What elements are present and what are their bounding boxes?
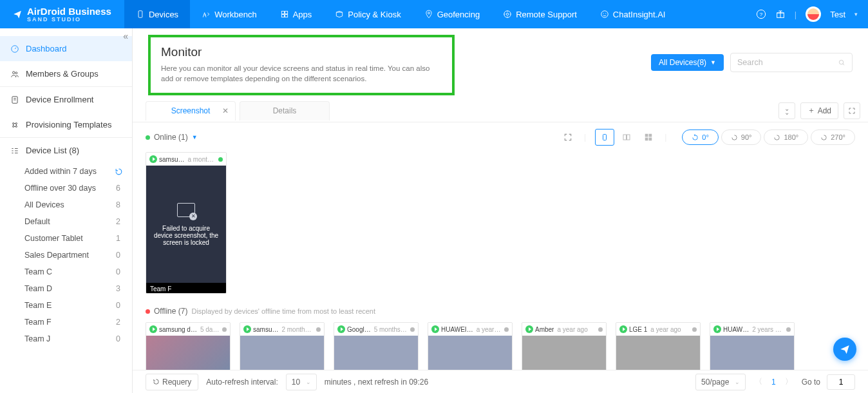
fullscreen-button[interactable] (844, 102, 860, 119)
online-heading[interactable]: Online (1) ▼ (146, 133, 198, 142)
nav-workbench[interactable]: Workbench (190, 0, 269, 28)
interval-select[interactable]: 10⌄ (286, 374, 317, 390)
gift-icon[interactable] (775, 9, 786, 19)
status-dot (598, 327, 603, 332)
status-dot (692, 327, 697, 332)
offline-heading[interactable]: Offline (7) Displayed by devices' offlin… (146, 307, 855, 316)
collapse-tabs-button[interactable]: ⌄⌄ (778, 102, 795, 119)
layout-dual-icon[interactable] (617, 129, 636, 146)
chevron-down-icon[interactable]: ▾ (854, 11, 858, 17)
top-nav: AirDroid Business SAND STUDIO DevicesWor… (0, 0, 868, 28)
svg-rect-3 (281, 15, 284, 17)
expand-icon[interactable] (558, 129, 578, 146)
svg-rect-27 (649, 134, 652, 137)
prev-page[interactable]: 〈 (752, 376, 765, 387)
device-list-item[interactable]: Offline over 30 days6 (0, 180, 132, 196)
device-icon (136, 10, 145, 19)
pagination: 50/page⌄ 〈 1 〉 Go to (695, 374, 855, 390)
svg-rect-1 (281, 11, 284, 14)
page-number[interactable]: 1 (771, 378, 776, 387)
brand-logo[interactable]: AirDroid Business SAND STUDIO (0, 6, 124, 23)
device-card[interactable]: Ambera year ago (522, 322, 607, 370)
device-card[interactable]: Googl…5 months … (334, 322, 419, 370)
sidebar: « DashboardMembers & Groups Device Enrol… (0, 28, 133, 393)
rotate-0-button[interactable]: 0° (682, 129, 719, 145)
main-panel: Monitor Here you can monitor all your de… (133, 28, 868, 393)
paper-plane-icon (13, 10, 22, 19)
svg-rect-2 (285, 11, 287, 14)
nav-device[interactable]: Devices (124, 0, 190, 28)
dashboard-icon (10, 44, 19, 53)
device-list-item[interactable]: Team E0 (0, 297, 132, 314)
offline-grid: samsung d…5 da…samsu…2 months…Googl…5 mo… (146, 322, 855, 370)
search-box[interactable] (730, 53, 853, 72)
device-filter-dropdown[interactable]: All Devices(8)▼ (651, 54, 724, 71)
status-dot (316, 327, 321, 332)
sidebar-dashboard[interactable]: Dashboard (0, 36, 132, 61)
device-list-item[interactable]: Customer Tablet1 (0, 230, 132, 247)
tab-details[interactable]: Details (240, 101, 330, 120)
device-list-item[interactable]: Team C0 (0, 264, 132, 280)
help-icon[interactable]: ? (756, 9, 766, 19)
goto-input[interactable] (827, 374, 855, 390)
svg-rect-29 (649, 138, 652, 141)
sidebar-collapse[interactable]: « (123, 31, 128, 41)
workbench-icon (202, 10, 211, 19)
status-dot (410, 327, 415, 332)
chat-fab[interactable] (833, 338, 856, 361)
svg-rect-28 (645, 138, 648, 141)
device-list-item[interactable]: Sales Department0 (0, 247, 132, 264)
next-page[interactable]: 〉 (782, 376, 795, 387)
svg-rect-25 (627, 135, 630, 140)
broken-image-icon (177, 203, 195, 217)
close-icon[interactable]: ✕ (222, 106, 229, 115)
page-desc: Here you can monitor all your device scr… (161, 63, 442, 84)
user-name[interactable]: Test (830, 10, 845, 19)
airdroid-icon (149, 155, 157, 163)
sidebar-template[interactable]: Provisioning Templates (0, 112, 132, 137)
search-input[interactable] (737, 58, 838, 67)
nav-geo[interactable]: Geofencing (413, 0, 492, 28)
device-list-item[interactable]: Default2 (0, 213, 132, 230)
add-tab-button[interactable]: ＋Add (800, 102, 838, 119)
device-list-item[interactable]: Team D3 (0, 280, 132, 297)
device-card[interactable]: samsung d…5 da… (146, 322, 231, 370)
device-list-item[interactable]: Added within 7 days (0, 163, 132, 180)
device-card[interactable]: LGE 1a year ago (616, 322, 701, 370)
device-card[interactable]: samsu…a month …Failed to acquire device … (146, 152, 227, 294)
status-dot (218, 157, 223, 162)
support-icon (503, 10, 512, 19)
monitor-info-box: Monitor Here you can monitor all your de… (148, 35, 455, 95)
nav-ai[interactable]: ChatInsight.AI (589, 0, 677, 28)
nav-policy[interactable]: Policy & Kiosk (323, 0, 412, 28)
tab-screenshot[interactable]: Screenshot✕ (146, 101, 236, 120)
sidebar-device-list[interactable]: Device List (8) (0, 138, 132, 163)
rotate-270-button[interactable]: 270° (811, 129, 855, 145)
layout-single-icon[interactable] (595, 129, 614, 146)
svg-rect-23 (603, 135, 607, 140)
svg-point-22 (839, 60, 843, 64)
rotate-180-button[interactable]: 180° (764, 129, 808, 145)
rotate-90-button[interactable]: 90° (721, 129, 762, 145)
refresh-icon[interactable] (115, 168, 123, 176)
user-avatar[interactable] (806, 6, 821, 22)
sidebar-members[interactable]: Members & Groups (0, 61, 132, 86)
page-size-select[interactable]: 50/page⌄ (695, 374, 746, 390)
svg-point-16 (15, 72, 17, 73)
svg-point-19 (15, 122, 17, 124)
airdroid-icon (431, 325, 439, 333)
svg-rect-0 (138, 11, 142, 18)
sidebar-enroll[interactable]: Device Enrollment (0, 87, 132, 112)
online-grid: samsu…a month …Failed to acquire device … (146, 152, 855, 294)
device-list-item[interactable]: Team F2 (0, 314, 132, 331)
airdroid-icon (713, 325, 721, 333)
device-card[interactable]: samsu…2 months… (240, 322, 325, 370)
nav-apps[interactable]: Apps (269, 0, 324, 28)
layout-grid-icon[interactable] (639, 129, 658, 146)
requery-button[interactable]: Requery (146, 374, 198, 390)
nav-support[interactable]: Remote Support (491, 0, 589, 28)
device-card[interactable]: HUAWEI…a year … (428, 322, 513, 370)
device-card[interactable]: HUAW…2 years … (710, 322, 795, 370)
device-list-item[interactable]: All Devices8 (0, 196, 132, 213)
device-list-item[interactable]: Team J0 (0, 331, 132, 347)
